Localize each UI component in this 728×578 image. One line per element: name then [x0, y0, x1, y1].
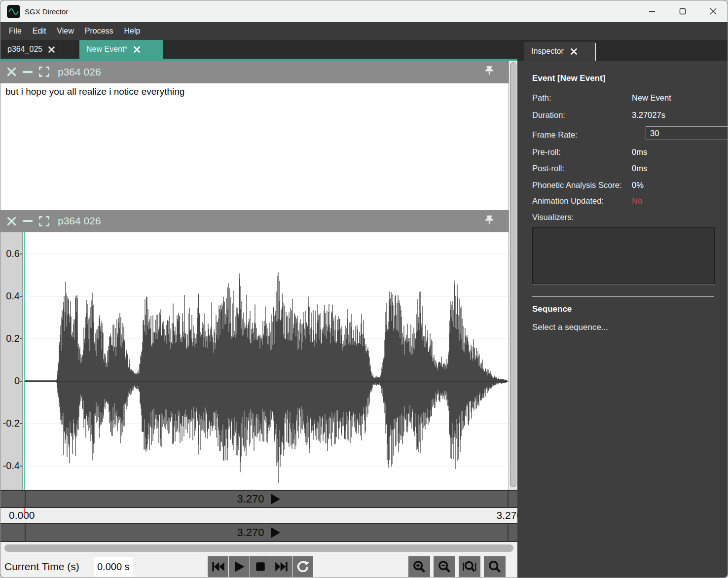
timeline-playhead-marker[interactable] [24, 508, 25, 516]
zoom-fit-icon [463, 560, 476, 574]
tab-close-icon[interactable] [134, 46, 140, 53]
transcript-panel-header: p364 026 [0, 61, 509, 83]
panel-close-button[interactable] [6, 67, 17, 77]
menu-file[interactable]: File [3, 24, 27, 38]
play-icon[interactable] [268, 526, 281, 539]
waveform-svg [23, 232, 509, 490]
panel-close-icon [7, 217, 16, 226]
menu-process[interactable]: Process [79, 24, 119, 38]
tab-close-icon[interactable] [571, 48, 577, 55]
y-axis-tick-label: -0.4 [0, 460, 20, 471]
frame-rate-input[interactable] [646, 126, 728, 140]
tab-label: p364_025 [7, 45, 42, 54]
skip-to-end-icon [275, 560, 289, 574]
y-axis-tick-label: 0.6 [0, 248, 20, 259]
maximize-button[interactable] [667, 0, 698, 22]
transcript-text: but i hope you all realize i notice ever… [5, 86, 184, 97]
current-time-input[interactable]: 0.000 s [94, 557, 133, 577]
y-axis-tick [20, 423, 22, 424]
play-button[interactable] [229, 556, 250, 577]
panel-minimize-button[interactable] [22, 216, 33, 226]
y-axis-tick [20, 466, 22, 467]
zoom-out-icon [437, 560, 451, 574]
panel-close-button[interactable] [6, 216, 17, 226]
transcript-text-area[interactable]: but i hope you all realize i notice ever… [0, 83, 509, 210]
tab-new-event[interactable]: New Event* [79, 40, 163, 59]
tab-inspector[interactable]: Inspector [524, 42, 595, 61]
skip-to-start-icon [211, 560, 225, 574]
horizontal-scrollbar-thumb[interactable] [4, 544, 513, 552]
zoom-selection-icon [488, 560, 502, 574]
panel-close-icon [7, 67, 16, 76]
zoom-in-button[interactable] [408, 556, 430, 577]
inspector-row-path: Path: New Event [532, 93, 715, 103]
close-button[interactable] [698, 0, 728, 22]
panel-maximize-button[interactable] [38, 67, 49, 77]
menu-edit[interactable]: Edit [27, 24, 52, 38]
visualizers-list-box[interactable] [532, 227, 715, 284]
inspector-row-post-roll: Post-roll: 0ms [532, 164, 715, 173]
sequence-placeholder: Select a sequence... [532, 323, 608, 332]
tab-label: Inspector [531, 47, 564, 56]
duration-label: Duration: [532, 110, 632, 120]
stop-button[interactable] [250, 556, 271, 577]
slider-value: 3.270 [237, 493, 264, 506]
skip-to-end-button[interactable] [271, 556, 292, 577]
menu-view[interactable]: View [51, 24, 79, 38]
horizontal-scrollbar[interactable] [0, 542, 517, 555]
current-time-label: Current Time (s) [4, 561, 79, 573]
panel-minimize-button[interactable] [22, 67, 33, 77]
post-roll-label: Post-roll: [532, 164, 632, 173]
inspector-row-duration: Duration: 3.27027s [532, 110, 715, 120]
play-icon[interactable] [268, 493, 281, 506]
stop-icon [254, 560, 267, 574]
menu-bar: File Edit View Process Help [0, 22, 728, 40]
panel-minimize-icon [23, 219, 33, 223]
pin-icon[interactable] [484, 66, 495, 78]
slider-value: 3.270 [237, 526, 264, 539]
app-window: SGX Director File Edit View Process Help… [0, 0, 728, 578]
duration-value: 3.27027s [632, 110, 665, 120]
path-value: New Event [632, 93, 671, 103]
document-area: p364 026 but i hope you all realize i no… [0, 61, 517, 578]
inspector-section-title: Event [New Event] [532, 73, 605, 83]
animation-updated-label: Animation Updated: [532, 196, 632, 206]
zoom-fit-button[interactable] [459, 556, 480, 577]
title-bar: SGX Director [0, 0, 728, 22]
inspector-row-animation: Animation Updated: No [532, 196, 715, 206]
panel-title: p364 026 [58, 66, 101, 78]
menu-help[interactable]: Help [119, 24, 146, 38]
timeline-ruler[interactable]: 0.000 3.270 [0, 508, 517, 523]
loop-button[interactable] [292, 556, 313, 577]
inspector-tab-separator [595, 43, 596, 61]
play-icon [232, 560, 246, 574]
panel-title: p364 026 [58, 215, 101, 227]
tab-close-icon[interactable] [48, 46, 55, 53]
y-axis-tick [20, 253, 22, 254]
y-axis-tick-label: 0.2 [0, 333, 20, 344]
tab-bar: p364_025 New Event* Inspector [0, 40, 728, 61]
tab-p364-025[interactable]: p364_025 [0, 40, 62, 59]
window-controls [637, 0, 728, 22]
zoom-out-button[interactable] [434, 556, 455, 577]
vertical-scrollbar-thumb[interactable] [510, 62, 516, 487]
timeline-start-label: 0.000 [9, 509, 35, 521]
panel-maximize-button[interactable] [38, 216, 49, 226]
vertical-scrollbar[interactable] [509, 61, 517, 490]
sequence-section-title: Sequence [532, 304, 572, 314]
selection-slider-bottom[interactable]: 3.270 [0, 523, 517, 542]
skip-to-start-button[interactable] [208, 556, 228, 577]
phonetic-score-value: 0% [632, 181, 644, 190]
loop-icon [296, 560, 310, 574]
zoom-selection-button[interactable] [484, 556, 506, 577]
pin-icon[interactable] [484, 215, 495, 228]
selection-slider-top[interactable]: 3.270 [0, 490, 517, 508]
maximize-icon [679, 8, 686, 15]
window-title: SGX Director [25, 7, 68, 16]
minimize-button[interactable] [637, 0, 667, 22]
close-icon [710, 8, 717, 15]
animation-updated-value: No [632, 196, 642, 206]
inspector-row-pre-roll: Pre-roll: 0ms [532, 147, 715, 157]
tab-label: New Event* [86, 45, 128, 54]
waveform-view[interactable]: 0.60.40.20-0.2-0.4 [0, 232, 509, 490]
